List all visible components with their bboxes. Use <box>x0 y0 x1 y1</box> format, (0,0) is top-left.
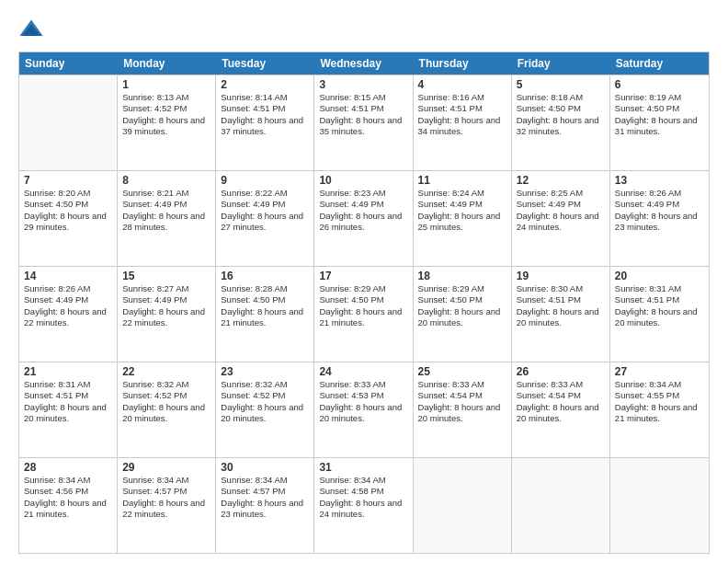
day-number: 14 <box>24 270 112 282</box>
day-info: Sunrise: 8:19 AMSunset: 4:50 PMDaylight:… <box>615 92 704 137</box>
day-cell-25: 25Sunrise: 8:33 AMSunset: 4:54 PMDayligh… <box>414 362 512 457</box>
header-day-thursday: Thursday <box>414 52 512 75</box>
day-number: 5 <box>517 78 605 91</box>
day-cell-14: 14Sunrise: 8:26 AMSunset: 4:49 PMDayligh… <box>19 267 118 362</box>
week-row-4: 28Sunrise: 8:34 AMSunset: 4:56 PMDayligh… <box>19 457 709 553</box>
week-row-3: 21Sunrise: 8:31 AMSunset: 4:51 PMDayligh… <box>19 362 709 457</box>
day-info: Sunrise: 8:14 AMSunset: 4:51 PMDaylight:… <box>221 92 309 137</box>
header-day-sunday: Sunday <box>19 52 118 75</box>
day-info: Sunrise: 8:33 AMSunset: 4:53 PMDaylight:… <box>319 379 407 424</box>
calendar: SundayMondayTuesdayWednesdayThursdayFrid… <box>18 52 710 554</box>
header <box>18 17 710 42</box>
calendar-body: 1Sunrise: 8:13 AMSunset: 4:52 PMDaylight… <box>19 75 709 553</box>
day-number: 19 <box>517 270 605 282</box>
day-info: Sunrise: 8:34 AMSunset: 4:58 PMDaylight:… <box>319 475 407 520</box>
day-cell-5: 5Sunrise: 8:18 AMSunset: 4:50 PMDaylight… <box>512 75 610 170</box>
day-cell-9: 9Sunrise: 8:22 AMSunset: 4:49 PMDaylight… <box>216 171 314 266</box>
header-day-wednesday: Wednesday <box>314 52 413 75</box>
header-day-tuesday: Tuesday <box>216 52 314 75</box>
day-info: Sunrise: 8:34 AMSunset: 4:55 PMDaylight:… <box>615 379 704 424</box>
day-number: 18 <box>418 270 506 282</box>
day-number: 9 <box>221 174 309 187</box>
day-number: 13 <box>615 174 704 187</box>
day-cell-26: 26Sunrise: 8:33 AMSunset: 4:54 PMDayligh… <box>512 362 610 457</box>
day-number: 15 <box>122 270 210 282</box>
page: SundayMondayTuesdayWednesdayThursdayFrid… <box>0 0 728 563</box>
day-info: Sunrise: 8:21 AMSunset: 4:49 PMDaylight:… <box>122 188 210 233</box>
day-cell-4: 4Sunrise: 8:16 AMSunset: 4:51 PMDaylight… <box>414 75 512 170</box>
day-cell-23: 23Sunrise: 8:32 AMSunset: 4:52 PMDayligh… <box>216 362 314 457</box>
day-number: 31 <box>319 461 407 474</box>
day-info: Sunrise: 8:29 AMSunset: 4:50 PMDaylight:… <box>319 283 407 328</box>
day-cell-1: 1Sunrise: 8:13 AMSunset: 4:52 PMDaylight… <box>118 75 216 170</box>
day-number: 4 <box>418 78 506 91</box>
day-info: Sunrise: 8:15 AMSunset: 4:51 PMDaylight:… <box>319 92 407 137</box>
day-number: 7 <box>24 174 112 187</box>
day-info: Sunrise: 8:33 AMSunset: 4:54 PMDaylight:… <box>418 379 506 424</box>
empty-cell <box>512 458 610 553</box>
day-cell-8: 8Sunrise: 8:21 AMSunset: 4:49 PMDaylight… <box>118 171 216 266</box>
header-day-friday: Friday <box>512 52 610 75</box>
header-day-monday: Monday <box>118 52 216 75</box>
day-info: Sunrise: 8:16 AMSunset: 4:51 PMDaylight:… <box>418 92 506 137</box>
day-info: Sunrise: 8:24 AMSunset: 4:49 PMDaylight:… <box>418 188 506 233</box>
day-info: Sunrise: 8:34 AMSunset: 4:57 PMDaylight:… <box>221 475 309 520</box>
day-cell-29: 29Sunrise: 8:34 AMSunset: 4:57 PMDayligh… <box>118 458 216 553</box>
week-row-0: 1Sunrise: 8:13 AMSunset: 4:52 PMDaylight… <box>19 75 709 170</box>
day-cell-22: 22Sunrise: 8:32 AMSunset: 4:52 PMDayligh… <box>118 362 216 457</box>
day-cell-21: 21Sunrise: 8:31 AMSunset: 4:51 PMDayligh… <box>19 362 118 457</box>
day-cell-6: 6Sunrise: 8:19 AMSunset: 4:50 PMDaylight… <box>610 75 709 170</box>
day-number: 27 <box>615 365 704 378</box>
empty-cell <box>610 458 709 553</box>
day-cell-12: 12Sunrise: 8:25 AMSunset: 4:49 PMDayligh… <box>512 171 610 266</box>
day-cell-15: 15Sunrise: 8:27 AMSunset: 4:49 PMDayligh… <box>118 267 216 362</box>
day-number: 12 <box>517 174 605 187</box>
day-number: 10 <box>319 174 407 187</box>
day-info: Sunrise: 8:34 AMSunset: 4:57 PMDaylight:… <box>122 475 210 520</box>
day-info: Sunrise: 8:29 AMSunset: 4:50 PMDaylight:… <box>418 283 506 328</box>
day-info: Sunrise: 8:18 AMSunset: 4:50 PMDaylight:… <box>517 92 605 137</box>
day-cell-7: 7Sunrise: 8:20 AMSunset: 4:50 PMDaylight… <box>19 171 118 266</box>
day-number: 3 <box>319 78 407 91</box>
day-number: 17 <box>319 270 407 282</box>
day-info: Sunrise: 8:26 AMSunset: 4:49 PMDaylight:… <box>615 188 704 233</box>
day-number: 20 <box>615 270 704 282</box>
day-cell-13: 13Sunrise: 8:26 AMSunset: 4:49 PMDayligh… <box>610 171 709 266</box>
day-info: Sunrise: 8:28 AMSunset: 4:50 PMDaylight:… <box>221 283 309 328</box>
day-number: 25 <box>418 365 506 378</box>
day-info: Sunrise: 8:23 AMSunset: 4:49 PMDaylight:… <box>319 188 407 233</box>
day-info: Sunrise: 8:13 AMSunset: 4:52 PMDaylight:… <box>122 92 210 137</box>
day-number: 28 <box>24 461 112 474</box>
day-number: 29 <box>122 461 210 474</box>
day-number: 23 <box>221 365 309 378</box>
day-cell-17: 17Sunrise: 8:29 AMSunset: 4:50 PMDayligh… <box>314 267 413 362</box>
day-cell-27: 27Sunrise: 8:34 AMSunset: 4:55 PMDayligh… <box>610 362 709 457</box>
day-number: 21 <box>24 365 112 378</box>
day-cell-20: 20Sunrise: 8:31 AMSunset: 4:51 PMDayligh… <box>610 267 709 362</box>
day-info: Sunrise: 8:34 AMSunset: 4:56 PMDaylight:… <box>24 475 112 520</box>
day-cell-2: 2Sunrise: 8:14 AMSunset: 4:51 PMDaylight… <box>216 75 314 170</box>
day-info: Sunrise: 8:33 AMSunset: 4:54 PMDaylight:… <box>517 379 605 424</box>
calendar-header: SundayMondayTuesdayWednesdayThursdayFrid… <box>19 52 709 75</box>
empty-cell <box>414 458 512 553</box>
day-number: 24 <box>319 365 407 378</box>
day-cell-16: 16Sunrise: 8:28 AMSunset: 4:50 PMDayligh… <box>216 267 314 362</box>
logo <box>18 17 48 42</box>
day-cell-3: 3Sunrise: 8:15 AMSunset: 4:51 PMDaylight… <box>314 75 413 170</box>
header-day-saturday: Saturday <box>610 52 709 75</box>
day-number: 11 <box>418 174 506 187</box>
day-cell-11: 11Sunrise: 8:24 AMSunset: 4:49 PMDayligh… <box>414 171 512 266</box>
day-cell-10: 10Sunrise: 8:23 AMSunset: 4:49 PMDayligh… <box>314 171 413 266</box>
week-row-1: 7Sunrise: 8:20 AMSunset: 4:50 PMDaylight… <box>19 170 709 266</box>
day-number: 30 <box>221 461 309 474</box>
day-info: Sunrise: 8:31 AMSunset: 4:51 PMDaylight:… <box>24 379 112 424</box>
day-info: Sunrise: 8:30 AMSunset: 4:51 PMDaylight:… <box>517 283 605 328</box>
day-info: Sunrise: 8:27 AMSunset: 4:49 PMDaylight:… <box>122 283 210 328</box>
day-info: Sunrise: 8:20 AMSunset: 4:50 PMDaylight:… <box>24 188 112 233</box>
day-cell-31: 31Sunrise: 8:34 AMSunset: 4:58 PMDayligh… <box>314 458 413 553</box>
day-number: 6 <box>615 78 704 91</box>
day-cell-18: 18Sunrise: 8:29 AMSunset: 4:50 PMDayligh… <box>414 267 512 362</box>
empty-cell <box>19 75 118 170</box>
day-number: 22 <box>122 365 210 378</box>
day-info: Sunrise: 8:32 AMSunset: 4:52 PMDaylight:… <box>122 379 210 424</box>
